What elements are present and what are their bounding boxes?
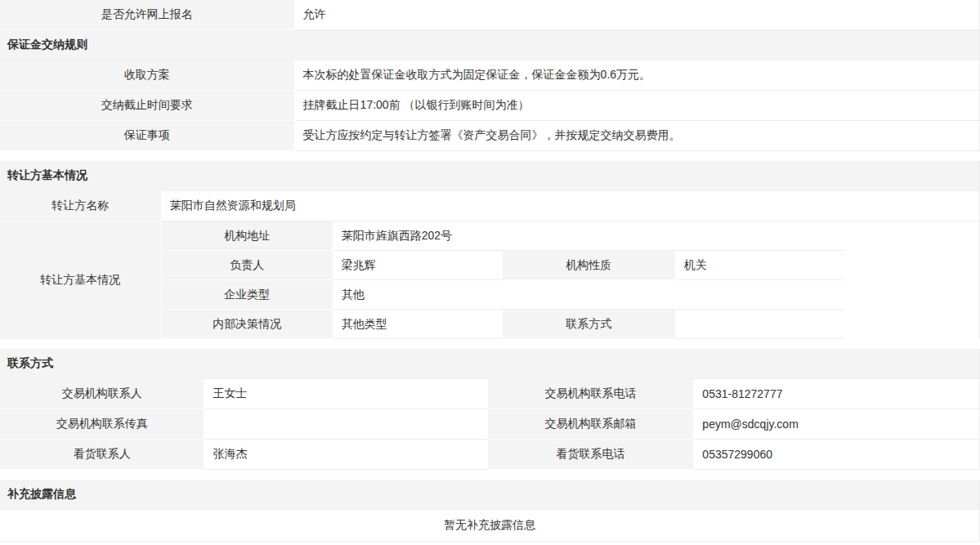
guarantee-matters-value: 受让方应按约定与转让方签署《资产交易合同》，并按规定交纳交易费用。 bbox=[295, 121, 979, 151]
inspection-contact-value: 张海杰 bbox=[204, 440, 487, 470]
online-registration-row: 是否允许网上报名 允许 bbox=[0, 0, 979, 30]
fax-email-row: 交易机构联系传真 交易机构联系邮箱 peym@sdcqjy.com bbox=[0, 409, 979, 440]
transferor-table: 转让方基本情况 转让方名称 莱阳市自然资源和规划局 转让方基本情况 机构地址 莱… bbox=[0, 161, 980, 339]
trade-contact-label: 交易机构联系人 bbox=[0, 379, 204, 409]
section-title-contact: 联系方式 bbox=[0, 349, 979, 379]
section-gap bbox=[0, 339, 980, 349]
collection-plan-label: 收取方案 bbox=[0, 60, 295, 91]
payment-deadline-value: 挂牌截止日17:00前 （以银行到账时间为准） bbox=[295, 91, 979, 121]
internal-decision-row: 内部决策情况 其他类型 联系方式 bbox=[162, 310, 979, 339]
inspection-phone-label: 看货联系电话 bbox=[488, 440, 695, 470]
principal-value: 梁兆辉 bbox=[333, 251, 503, 280]
org-nature-label: 机构性质 bbox=[503, 251, 676, 280]
contact-method-label: 联系方式 bbox=[503, 310, 676, 339]
collection-plan-row: 收取方案 本次标的处置保证金收取方式为固定保证金，保证金金额为0.6万元。 bbox=[0, 60, 979, 91]
org-nature-value: 机关 bbox=[676, 251, 844, 280]
collection-plan-value: 本次标的处置保证金收取方式为固定保证金，保证金金额为0.6万元。 bbox=[295, 60, 979, 91]
payment-deadline-row: 交纳截止时间要求 挂牌截止日17:00前 （以银行到账时间为准） bbox=[0, 91, 979, 121]
section-title-deposit-rules: 保证金交纳规则 bbox=[0, 30, 979, 60]
inspection-contact-row: 看货联系人 张海杰 看货联系电话 05357299060 bbox=[0, 440, 979, 470]
payment-deadline-label: 交纳截止时间要求 bbox=[0, 91, 295, 121]
transferor-name-label: 转让方名称 bbox=[0, 191, 162, 221]
guarantee-matters-row: 保证事项 受让方应按约定与转让方签署《资产交易合同》，并按规定交纳交易费用。 bbox=[0, 121, 979, 151]
guarantee-matters-label: 保证事项 bbox=[0, 121, 295, 151]
transferor-name-value: 莱阳市自然资源和规划局 bbox=[162, 191, 979, 221]
section-title-transferor: 转让方基本情况 bbox=[0, 161, 979, 191]
principal-row: 负责人 梁兆辉 机构性质 机关 bbox=[162, 251, 979, 280]
trade-phone-label: 交易机构联系电话 bbox=[488, 379, 695, 409]
trade-fax-label: 交易机构联系传真 bbox=[0, 409, 204, 440]
org-address-label: 机构地址 bbox=[162, 221, 333, 251]
trade-email-value: peym@sdcqjy.com bbox=[694, 409, 979, 440]
trade-email-label: 交易机构联系邮箱 bbox=[488, 409, 695, 440]
section-gap bbox=[0, 470, 980, 480]
contact-table: 联系方式 交易机构联系人 王女士 交易机构联系电话 0531-81272777 … bbox=[0, 349, 980, 470]
enterprise-type-row: 企业类型 其他 bbox=[162, 280, 979, 310]
principal-label: 负责人 bbox=[162, 251, 333, 280]
trade-contact-value: 王女士 bbox=[204, 379, 487, 409]
supplement-table: 补充披露信息 暂无补充披露信息 bbox=[0, 480, 980, 542]
org-address-row: 机构地址 莱阳市旌旗西路202号 bbox=[162, 221, 979, 251]
section-title-supplement: 补充披露信息 bbox=[0, 480, 979, 510]
internal-decision-value: 其他类型 bbox=[333, 310, 503, 339]
section-gap bbox=[0, 151, 980, 161]
org-address-value: 莱阳市旌旗西路202号 bbox=[333, 221, 844, 251]
transferor-group-label: 转让方基本情况 bbox=[0, 221, 162, 339]
inspection-contact-label: 看货联系人 bbox=[0, 440, 204, 470]
enterprise-type-value: 其他 bbox=[333, 280, 844, 310]
deposit-rules-table: 是否允许网上报名 允许 保证金交纳规则 收取方案 本次标的处置保证金收取方式为固… bbox=[0, 0, 980, 151]
enterprise-type-label: 企业类型 bbox=[162, 280, 333, 310]
supplement-empty-text: 暂无补充披露信息 bbox=[0, 510, 979, 542]
internal-decision-label: 内部决策情况 bbox=[162, 310, 333, 339]
asset-disclosure-page: 是否允许网上报名 允许 保证金交纳规则 收取方案 本次标的处置保证金收取方式为固… bbox=[0, 0, 980, 542]
online-registration-value: 允许 bbox=[295, 0, 979, 30]
online-registration-label: 是否允许网上报名 bbox=[0, 0, 295, 30]
transferor-detail-group: 转让方基本情况 机构地址 莱阳市旌旗西路202号 负责人 梁兆辉 机构性质 机关… bbox=[0, 221, 979, 339]
contact-method-value bbox=[676, 310, 844, 339]
trade-contact-row: 交易机构联系人 王女士 交易机构联系电话 0531-81272777 bbox=[0, 379, 979, 409]
trade-phone-value: 0531-81272777 bbox=[694, 379, 979, 409]
trade-fax-value bbox=[204, 409, 487, 440]
inspection-phone-value: 05357299060 bbox=[694, 440, 979, 470]
transferor-name-row: 转让方名称 莱阳市自然资源和规划局 bbox=[0, 191, 979, 221]
supplement-empty-row: 暂无补充披露信息 bbox=[0, 510, 979, 542]
